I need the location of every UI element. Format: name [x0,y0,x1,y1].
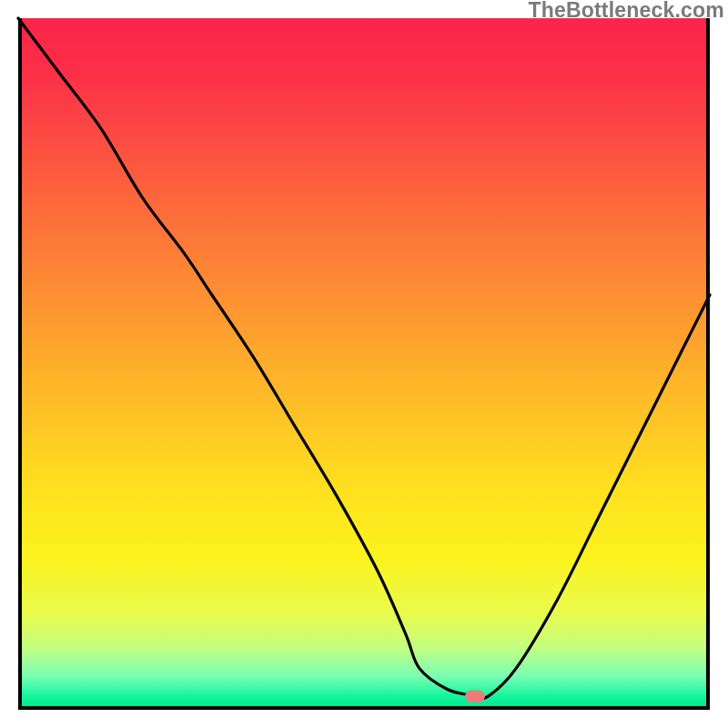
curve-layer [18,18,710,710]
axis-left [18,18,22,710]
bottleneck-curve [18,18,710,698]
axis-right [706,18,710,710]
axis-bottom [18,706,710,710]
chart-container: TheBottleneck.com [0,0,728,728]
optimum-marker [465,690,485,702]
plot-area [18,18,710,710]
